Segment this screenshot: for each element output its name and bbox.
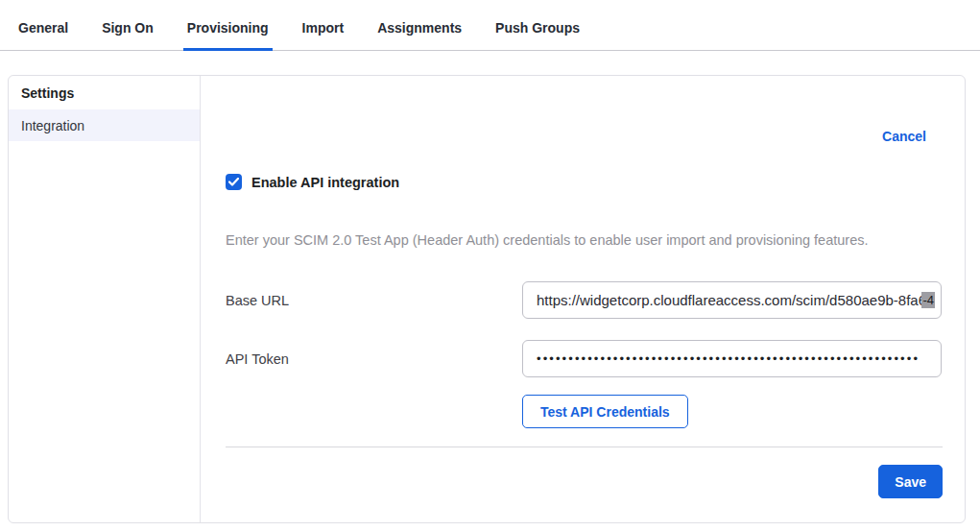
integration-settings-form: Cancel Enable API integration Enter your… [202, 76, 965, 522]
credentials-description: Enter your SCIM 2.0 Test App (Header Aut… [226, 232, 942, 248]
provisioning-panel: Settings Integration Cancel Enable API i… [8, 75, 966, 523]
checkmark-icon [228, 178, 239, 186]
api-token-input[interactable]: ••••••••••••••••••••••••••••••••••••••••… [522, 340, 942, 377]
settings-sidebar: Settings Integration [9, 76, 201, 522]
save-button[interactable]: Save [878, 465, 943, 498]
base-url-value: https://widgetcorp.cloudflareaccess.com/… [537, 292, 921, 308]
tab-general[interactable]: General [18, 0, 68, 51]
base-url-row: Base URL https://widgetcorp.cloudflareac… [226, 281, 942, 319]
app-tab-bar: General Sign On Provisioning Import Assi… [0, 0, 980, 51]
footer-divider [226, 447, 943, 447]
base-url-input[interactable]: https://widgetcorp.cloudflareaccess.com/… [522, 281, 942, 319]
enable-api-integration-label: Enable API integration [251, 175, 399, 190]
api-token-masked-value: ••••••••••••••••••••••••••••••••••••••••… [537, 351, 920, 366]
cancel-button[interactable]: Cancel [882, 129, 926, 144]
tab-push-groups[interactable]: Push Groups [495, 0, 580, 51]
api-token-label: API Token [226, 351, 289, 367]
base-url-label: Base URL [226, 293, 289, 308]
tab-sign-on[interactable]: Sign On [102, 0, 154, 51]
base-url-selected-text: -4 [921, 292, 935, 308]
enable-api-integration-checkbox[interactable] [226, 174, 242, 190]
tab-assignments[interactable]: Assignments [377, 0, 462, 51]
tab-provisioning[interactable]: Provisioning [187, 0, 269, 51]
sidebar-header: Settings [9, 76, 200, 109]
test-api-credentials-button[interactable]: Test API Credentials [522, 395, 688, 428]
enable-api-integration-row: Enable API integration [226, 174, 399, 190]
sidebar-item-integration[interactable]: Integration [9, 109, 200, 141]
tab-import[interactable]: Import [302, 0, 345, 51]
api-token-row: API Token ••••••••••••••••••••••••••••••… [226, 340, 942, 377]
